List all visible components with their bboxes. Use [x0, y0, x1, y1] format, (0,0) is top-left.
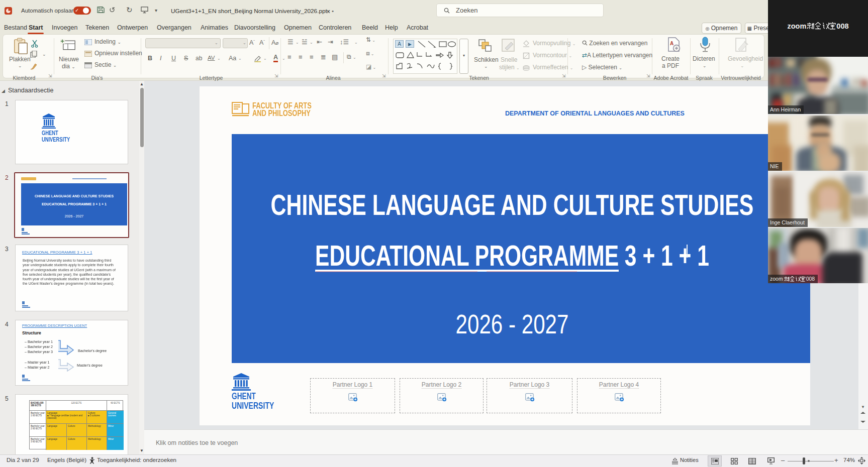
svg-text:A: A: [670, 41, 673, 46]
